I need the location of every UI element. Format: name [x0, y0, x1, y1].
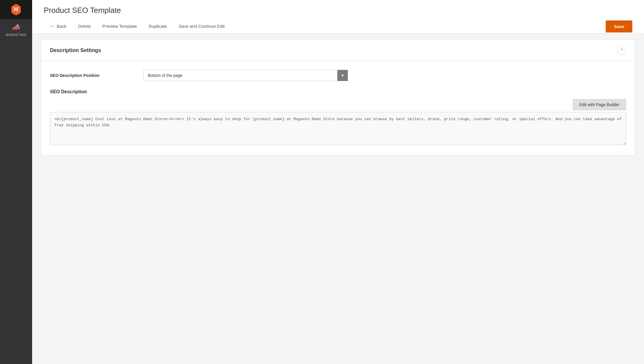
collapse-icon: ⌃ [620, 48, 624, 53]
delete-button-label: Delete [78, 24, 91, 29]
edit-page-builder-button[interactable]: Edit with Page Builder [573, 99, 626, 110]
save-continue-button[interactable]: Save and Continue Edit [173, 20, 230, 33]
sidebar-item-marketing[interactable]: 📣 MARKETING [0, 19, 32, 41]
toolbar: ← Back Delete Preview Template Duplicate… [44, 20, 632, 33]
sidebar-logo: M [0, 0, 32, 19]
main-content: Product SEO Template ← Back Delete Previ… [32, 0, 644, 364]
seo-description-textarea[interactable]: <b>[product_name] Cost Less at Magento D… [50, 112, 626, 145]
seo-position-select-wrapper: Bottom of the page Top of the page Befor… [143, 70, 348, 81]
back-button-label: Back [57, 24, 66, 29]
description-settings-body: SEO Description Position Bottom of the p… [41, 61, 635, 155]
edit-page-builder-wrapper: Edit with Page Builder [50, 99, 626, 110]
seo-position-label: SEO Description Position [50, 73, 143, 78]
back-arrow-icon: ← [50, 23, 55, 29]
marketing-icon: 📣 [12, 24, 20, 31]
preview-template-button[interactable]: Preview Template [97, 20, 143, 33]
sidebar-item-marketing-label: MARKETING [6, 33, 26, 37]
sidebar: M 📣 MARKETING [0, 0, 32, 364]
seo-description-title: SEO Description [50, 89, 626, 94]
description-settings-card: Description Settings ⌃ SEO Description P… [41, 39, 635, 155]
svg-text:M: M [14, 6, 18, 12]
collapse-button[interactable]: ⌃ [617, 46, 626, 55]
save-button[interactable]: Save [606, 20, 632, 32]
description-settings-header: Description Settings ⌃ [41, 40, 635, 61]
back-button[interactable]: ← Back [44, 20, 72, 34]
edit-page-builder-label: Edit with Page Builder [579, 102, 619, 107]
seo-position-control: Bottom of the page Top of the page Befor… [143, 70, 348, 81]
content-area: Description Settings ⌃ SEO Description P… [32, 34, 644, 364]
duplicate-label: Duplicate [149, 24, 167, 29]
save-continue-label: Save and Continue Edit [178, 24, 225, 29]
seo-position-row: SEO Description Position Bottom of the p… [50, 70, 626, 81]
page-header: Product SEO Template ← Back Delete Previ… [32, 0, 644, 34]
duplicate-button[interactable]: Duplicate [143, 20, 173, 33]
delete-button[interactable]: Delete [72, 20, 96, 33]
page-title: Product SEO Template [44, 6, 632, 15]
seo-description-section: SEO Description Edit with Page Builder <… [50, 89, 626, 146]
magento-logo-icon: M [9, 3, 23, 16]
description-settings-title: Description Settings [50, 47, 101, 54]
save-label: Save [614, 24, 624, 29]
seo-position-select[interactable]: Bottom of the page Top of the page Befor… [143, 70, 348, 81]
preview-template-label: Preview Template [103, 24, 137, 29]
